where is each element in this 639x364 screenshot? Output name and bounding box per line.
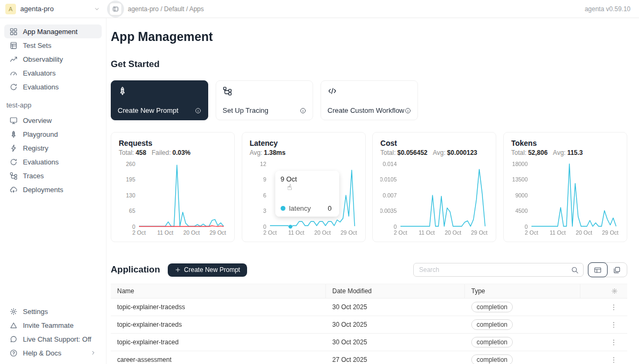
- svg-text:0: 0: [132, 224, 135, 230]
- svg-text:0.007: 0.007: [383, 192, 397, 198]
- card-view-button[interactable]: [607, 263, 627, 277]
- chart-title: Latency: [250, 139, 358, 147]
- dots-vertical-icon: [610, 303, 618, 311]
- create-new-prompt-button[interactable]: Create New Prompt: [168, 263, 247, 277]
- sidebar-item-label: Observability: [23, 55, 63, 63]
- search-icon[interactable]: [571, 266, 579, 274]
- rocket-icon: [118, 86, 201, 96]
- sidebar-item-label: Deployments: [23, 186, 63, 194]
- sidebar-toggle-wrap: [106, 0, 125, 18]
- svg-text:11 Oct: 11 Oct: [157, 229, 173, 236]
- page-title: App Management: [111, 30, 627, 44]
- sidebar-item-test-sets[interactable]: Test Sets: [4, 38, 102, 52]
- sidebar-toggle-icon: [112, 6, 119, 12]
- chart-plot: 0651301952602 Oct11 Oct20 Oct29 Oct: [119, 161, 227, 237]
- sidebar: App ManagementTest SetsObservabilityEval…: [0, 18, 106, 364]
- get-started-card-set-up-tracing[interactable]: Set Up Tracing: [216, 80, 313, 120]
- chat-icon: [10, 335, 18, 343]
- row-menu-button[interactable]: [610, 338, 618, 346]
- table-header-row: NameDate ModifiedType: [111, 284, 627, 299]
- cell-date-modified: 30 Oct 2025: [326, 316, 465, 333]
- workspace-avatar: A: [5, 4, 16, 14]
- chevron-down-icon: [94, 6, 100, 12]
- chart-stat: Total:52,806: [511, 149, 547, 156]
- cell-name: topic-explainer-traced: [111, 334, 326, 351]
- breadcrumb[interactable]: agenta-pro / Default / Apps: [128, 5, 204, 13]
- sidebar-item-invite-teammate[interactable]: Invite Teammate: [4, 318, 102, 332]
- table-row[interactable]: topic-explainer-traceds30 Oct 2025comple…: [111, 316, 627, 334]
- chart-card-requests: RequestsTotal:458Failed:0.03%06513019526…: [111, 132, 235, 242]
- sidebar-item-registry[interactable]: Registry: [4, 141, 102, 155]
- sidebar-item-label: Settings: [23, 308, 48, 316]
- card-view-icon: [613, 266, 621, 274]
- svg-text:29 Oct: 29 Oct: [471, 229, 488, 236]
- table-row[interactable]: topic-explainer-traced30 Oct 2025complet…: [111, 334, 627, 351]
- chart-plot: 04500900013500180002 Oct11 Oct20 Oct29 O…: [511, 161, 619, 237]
- sidebar-item-evaluations[interactable]: Evaluations: [4, 155, 102, 169]
- info-icon: [405, 107, 411, 114]
- svg-text:195: 195: [126, 176, 135, 183]
- dots-vertical-icon: [610, 321, 618, 329]
- sidebar-toggle-button[interactable]: [109, 3, 122, 15]
- table-row[interactable]: topic-explainer-tracedss30 Oct 2025compl…: [111, 299, 627, 316]
- chart-stat: Total:458: [119, 149, 146, 156]
- cursor-hand-icon: ☝: [286, 182, 292, 192]
- sidebar-item-label: Registry: [23, 144, 48, 152]
- sidebar-item-label: Playground: [23, 130, 58, 138]
- sidebar-item-evaluations[interactable]: Evaluations: [4, 80, 102, 94]
- svg-text:65: 65: [129, 208, 135, 214]
- sidebar-item-playground[interactable]: Playground: [4, 127, 102, 141]
- sidebar-item-label: Overview: [23, 117, 52, 125]
- row-menu-button[interactable]: [610, 321, 618, 329]
- sidebar-item-label: Traces: [23, 172, 44, 180]
- sidebar-item-settings[interactable]: Settings: [4, 304, 102, 318]
- table-row[interactable]: career-assessment27 Oct 2025completion: [111, 351, 627, 364]
- column-header-name: Name: [111, 284, 326, 298]
- chart-title: Tokens: [511, 139, 619, 147]
- get-started-card-create-new-prompt[interactable]: Create New Prompt: [111, 80, 208, 120]
- table-view-button[interactable]: [588, 262, 608, 277]
- svg-text:29 Oct: 29 Oct: [340, 229, 357, 236]
- help-icon: [10, 349, 18, 357]
- code-icon: [327, 86, 411, 96]
- row-menu-button[interactable]: [610, 303, 618, 311]
- sidebar-item-observability[interactable]: Observability: [4, 52, 102, 66]
- sidebar-item-live-chat-support-off[interactable]: Live Chat Support: Off: [4, 332, 102, 346]
- svg-text:18000: 18000: [512, 161, 528, 167]
- chart-stat: Failed:0.03%: [152, 149, 191, 156]
- column-header-type: Type: [465, 284, 580, 298]
- sidebar-item-app-management[interactable]: App Management: [4, 24, 102, 38]
- svg-text:2 Oct: 2 Oct: [525, 229, 538, 236]
- svg-text:9000: 9000: [515, 192, 528, 198]
- main-content: App Management Get Started Create New Pr…: [106, 18, 639, 364]
- sidebar-item-deployments[interactable]: Deployments: [4, 183, 102, 196]
- sidebar-item-help-docs[interactable]: Help & Docs: [4, 346, 102, 360]
- type-badge: completion: [471, 302, 513, 312]
- dots-vertical-icon: [610, 356, 618, 364]
- type-badge: completion: [471, 354, 513, 364]
- column-settings-button[interactable]: [611, 288, 618, 294]
- svg-text:20 Oct: 20 Oct: [445, 229, 462, 236]
- sidebar-item-label: Invite Teammate: [23, 321, 73, 329]
- rocket-icon: [10, 130, 18, 138]
- get-started-card-label: Create New Prompt: [118, 106, 178, 114]
- evaluators-icon: [10, 69, 18, 77]
- svg-text:6: 6: [263, 192, 266, 198]
- svg-text:0.0035: 0.0035: [380, 208, 397, 214]
- get-started-card-create-custom-workflow[interactable]: Create Custom Workflow: [321, 80, 418, 120]
- testsets-icon: [10, 42, 18, 49]
- application-table: NameDate ModifiedTypetopic-explainer-tra…: [111, 284, 627, 364]
- sidebar-section-label: test-app: [6, 101, 100, 109]
- cell-date-modified: 27 Oct 2025: [326, 351, 465, 364]
- grid-icon: [10, 28, 18, 36]
- chevron-right-icon: [90, 350, 96, 356]
- search-box: [413, 263, 584, 277]
- row-menu-button[interactable]: [610, 356, 618, 364]
- search-input[interactable]: [419, 266, 571, 274]
- sidebar-item-traces[interactable]: Traces: [4, 169, 102, 183]
- dots-vertical-icon: [610, 338, 618, 346]
- sidebar-item-overview[interactable]: Overview: [4, 113, 102, 127]
- sidebar-item-evaluators[interactable]: Evaluators: [4, 66, 102, 80]
- evaluations-icon: [10, 158, 18, 166]
- workspace-selector[interactable]: A agenta-pro: [0, 4, 106, 14]
